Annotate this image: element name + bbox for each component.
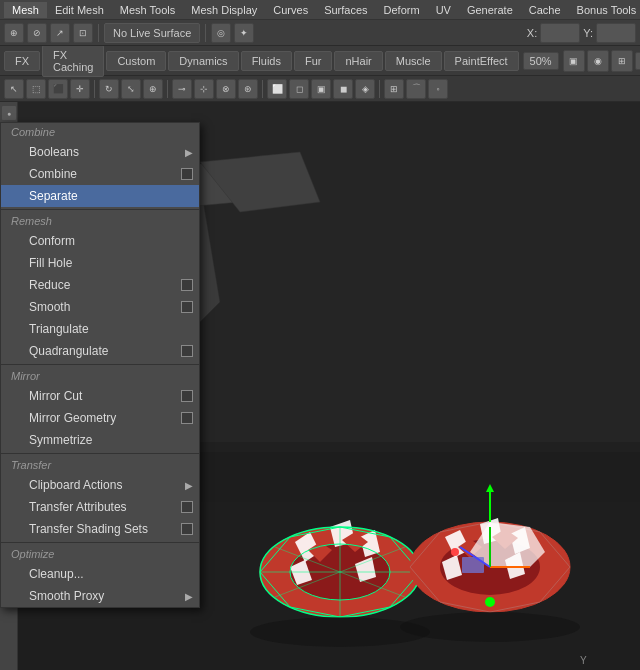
tab-painteffect[interactable]: PaintEffect — [444, 51, 519, 71]
toolbar-icon-3[interactable]: ↗ — [50, 23, 70, 43]
tool-paint[interactable]: ⬛ — [48, 79, 68, 99]
menu-item-smooth[interactable]: Smooth — [1, 296, 199, 318]
menu-bar: Mesh Edit Mesh Mesh Tools Mesh Display C… — [0, 0, 640, 20]
panel-icon-1[interactable]: ● — [2, 106, 16, 120]
menu-item-transfer-attr[interactable]: Transfer Attributes — [1, 496, 199, 518]
reduce-label: Reduce — [29, 278, 70, 292]
menu-item-booleans[interactable]: Booleans ▶ — [1, 141, 199, 163]
menu-cache[interactable]: Cache — [521, 2, 569, 18]
render-mode-5[interactable]: ◈ — [355, 79, 375, 99]
menu-surfaces[interactable]: Surfaces — [316, 2, 375, 18]
zoom-50: 50% — [523, 52, 559, 70]
menu-mesh-tools[interactable]: Mesh Tools — [112, 2, 183, 18]
menu-deform[interactable]: Deform — [376, 2, 428, 18]
symmetrize-label: Symmetrize — [29, 433, 92, 447]
section-combine: Combine — [1, 123, 199, 141]
quadrangulate-label: Quadrangulate — [29, 344, 108, 358]
menu-item-conform[interactable]: Conform — [1, 230, 199, 252]
reduce-checkbox[interactable] — [181, 279, 193, 291]
mirror-cut-checkbox[interactable] — [181, 390, 193, 402]
tool-universal[interactable]: ⊕ — [143, 79, 163, 99]
smooth-checkbox[interactable] — [181, 301, 193, 313]
y-input[interactable] — [596, 23, 636, 43]
sep-optimize — [1, 542, 199, 543]
tool-lasso[interactable]: ⬚ — [26, 79, 46, 99]
tool-snap3[interactable]: ⊗ — [216, 79, 236, 99]
menu-mesh[interactable]: Mesh — [4, 2, 47, 18]
tool-snap4[interactable]: ⊛ — [238, 79, 258, 99]
render-mode-1[interactable]: ⬜ — [267, 79, 287, 99]
menu-edit-mesh[interactable]: Edit Mesh — [47, 2, 112, 18]
menu-item-quadrangulate[interactable]: Quadrangulate — [1, 340, 199, 362]
clipboard-arrow: ▶ — [185, 480, 193, 491]
tab-muscle[interactable]: Muscle — [385, 51, 442, 71]
menu-item-mirror-cut[interactable]: Mirror Cut — [1, 385, 199, 407]
toolbar-sphere-icon[interactable]: ◉ — [587, 50, 609, 72]
menu-mesh-display[interactable]: Mesh Display — [183, 2, 265, 18]
tool-move[interactable]: ✛ — [70, 79, 90, 99]
x-input[interactable] — [540, 23, 580, 43]
quadrangulate-checkbox[interactable] — [181, 345, 193, 357]
svg-point-37 — [451, 548, 459, 556]
toolbar-icon-1[interactable]: ⊕ — [4, 23, 24, 43]
tool-snap1[interactable]: ⊸ — [172, 79, 192, 99]
menu-item-mirror-geometry[interactable]: Mirror Geometry — [1, 407, 199, 429]
toolbar-row-3: ↖ ⬚ ⬛ ✛ ↻ ⤡ ⊕ ⊸ ⊹ ⊗ ⊛ ⬜ ◻ ▣ ◼ ◈ ⊞ ⌒ ◦ — [0, 76, 640, 102]
dropdown-menu: Combine Booleans ▶ Combine Separate Reme… — [0, 122, 200, 608]
menu-bonus-tools[interactable]: Bonus Tools — [569, 2, 640, 18]
menu-curves[interactable]: Curves — [265, 2, 316, 18]
render-mode-4[interactable]: ◼ — [333, 79, 353, 99]
transfer-attr-checkbox[interactable] — [181, 501, 193, 513]
render-mode-3[interactable]: ▣ — [311, 79, 331, 99]
menu-item-combine[interactable]: Combine — [1, 163, 199, 185]
tab-fx-caching[interactable]: FX Caching — [42, 45, 104, 77]
menu-item-cleanup[interactable]: Cleanup... — [1, 563, 199, 585]
toolbar-icon-2[interactable]: ⊘ — [27, 23, 47, 43]
tab-nhair[interactable]: nHair — [334, 51, 382, 71]
toolbar-cube-icon[interactable]: ▣ — [563, 50, 585, 72]
sep6 — [379, 80, 380, 98]
combine-checkbox[interactable] — [181, 168, 193, 180]
tool-scale[interactable]: ⤡ — [121, 79, 141, 99]
menu-item-separate[interactable]: Separate — [1, 185, 199, 207]
toolbar-icon-5[interactable]: ◎ — [211, 23, 231, 43]
tab-fx[interactable]: FX — [4, 51, 40, 71]
smooth-proxy-arrow: ▶ — [185, 591, 193, 602]
mirror-geometry-checkbox[interactable] — [181, 412, 193, 424]
menu-generate[interactable]: Generate — [459, 2, 521, 18]
combine-label: Combine — [29, 167, 77, 181]
sep3 — [94, 80, 95, 98]
menu-item-smooth-proxy[interactable]: Smooth Proxy ▶ — [1, 585, 199, 607]
toolbar-icon-4[interactable]: ⊡ — [73, 23, 93, 43]
menu-item-symmetrize[interactable]: Symmetrize — [1, 429, 199, 451]
sep1 — [98, 24, 99, 42]
menu-item-fill-hole[interactable]: Fill Hole — [1, 252, 199, 274]
transfer-shading-checkbox[interactable] — [181, 523, 193, 535]
toolbar-grid-icon[interactable]: ⊞ — [611, 50, 633, 72]
viewport[interactable]: Y ● ◈ ⬡ ◉ △ ▽ ◇ Combine Booleans ▶ Combi… — [0, 102, 640, 670]
toolbar-icon-6[interactable]: ✦ — [234, 23, 254, 43]
render-mode-2[interactable]: ◻ — [289, 79, 309, 99]
no-live-surface: No Live Surface — [104, 23, 200, 43]
tab-custom[interactable]: Custom — [106, 51, 166, 71]
menu-uv[interactable]: UV — [428, 2, 459, 18]
tool-snap2[interactable]: ⊹ — [194, 79, 214, 99]
tab-dynamics[interactable]: Dynamics — [168, 51, 238, 71]
tab-fluids[interactable]: Fluids — [241, 51, 292, 71]
snap-grid[interactable]: ⊞ — [384, 79, 404, 99]
snap-point[interactable]: ◦ — [428, 79, 448, 99]
section-transfer: Transfer — [1, 456, 199, 474]
tool-select[interactable]: ↖ — [4, 79, 24, 99]
menu-item-clipboard[interactable]: Clipboard Actions ▶ — [1, 474, 199, 496]
clipboard-label: Clipboard Actions — [29, 478, 122, 492]
menu-item-transfer-shading[interactable]: Transfer Shading Sets — [1, 518, 199, 540]
tool-rotate[interactable]: ↻ — [99, 79, 119, 99]
sep-remesh — [1, 209, 199, 210]
svg-rect-35 — [462, 557, 484, 573]
triangulate-label: Triangulate — [29, 322, 89, 336]
menu-item-reduce[interactable]: Reduce — [1, 274, 199, 296]
tab-fur[interactable]: Fur — [294, 51, 333, 71]
snap-curve[interactable]: ⌒ — [406, 79, 426, 99]
menu-item-triangulate[interactable]: Triangulate — [1, 318, 199, 340]
sep4 — [167, 80, 168, 98]
